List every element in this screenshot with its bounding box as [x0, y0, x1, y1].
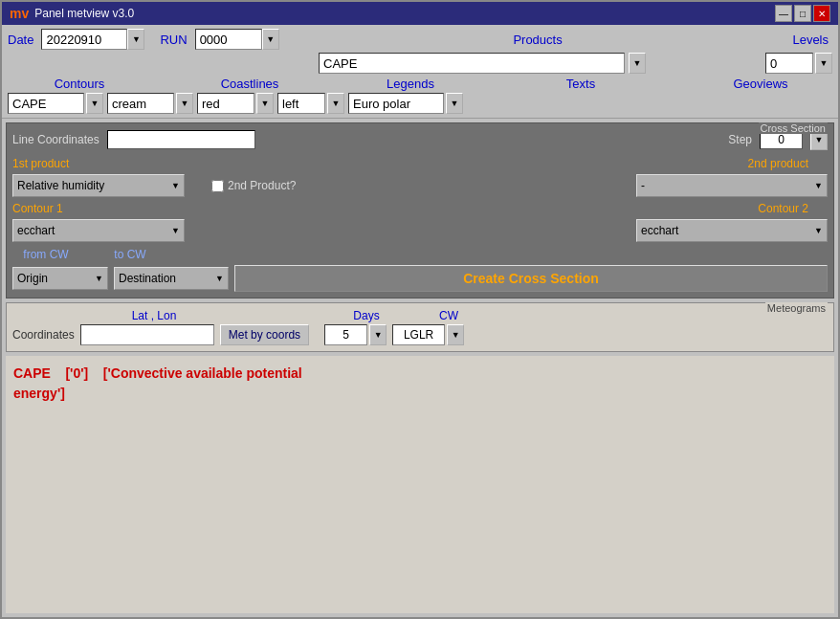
app-icon: mv: [10, 6, 29, 21]
coastlines-dropdown-btn[interactable]: ▼: [176, 93, 193, 114]
info-line2: energy']: [13, 386, 65, 401]
meteograms-panel-label: Meteograms: [765, 302, 828, 314]
geoviews-dropdown-btn[interactable]: ▼: [446, 93, 463, 114]
contours-dropdown-btn[interactable]: ▼: [86, 93, 103, 114]
product1-value: Relative humidity: [17, 179, 104, 192]
geoviews-label: Geoviews: [689, 77, 832, 91]
line-coords-label: Line Coordinates: [12, 133, 99, 146]
met-by-coords-button[interactable]: Met by coords: [220, 324, 309, 345]
coastlines-input[interactable]: [107, 93, 174, 114]
contour2-value: ecchart: [641, 224, 678, 237]
origin-dropdown[interactable]: Origin ▼: [12, 267, 108, 290]
window-title: Panel metview v3.0: [34, 7, 134, 20]
lat-lon-label: Lat , Lon: [87, 309, 221, 322]
contour2-label: Contour 2: [758, 202, 808, 215]
contours-input[interactable]: [8, 93, 84, 114]
cw-label: CW: [410, 309, 487, 322]
contour2-dropdown[interactable]: ecchart ▼: [636, 219, 828, 242]
levels-dropdown-btn[interactable]: ▼: [815, 53, 832, 74]
second-product-label: 2nd Product?: [228, 179, 296, 192]
step-label: Step: [728, 133, 752, 146]
origin-value: Origin: [17, 272, 48, 285]
line-coords-input[interactable]: [107, 130, 255, 149]
info-line1: CAPE ['0'] ['Convective available potent…: [13, 365, 302, 381]
destination-dropdown[interactable]: Destination ▼: [114, 267, 229, 290]
from-cw-label: from CW: [12, 248, 79, 261]
origin-arrow-icon: ▼: [95, 274, 103, 283]
product2-label: 2nd product: [748, 157, 808, 170]
contour1-value: ecchart: [17, 224, 55, 237]
info-area: CAPE ['0'] ['Convective available potent…: [6, 356, 834, 613]
run-input[interactable]: [195, 29, 262, 50]
days-dropdown-btn[interactable]: ▼: [369, 324, 387, 345]
contours-label: Contours: [8, 77, 151, 91]
levels-label: Levels: [792, 33, 829, 47]
run-dropdown-btn[interactable]: ▼: [262, 29, 279, 50]
legends-input[interactable]: [197, 93, 254, 114]
date-dropdown-btn[interactable]: ▼: [127, 29, 144, 50]
cw-dropdown-btn[interactable]: ▼: [447, 324, 464, 345]
contour1-label: Contour 1: [12, 202, 63, 215]
products-dropdown-btn[interactable]: ▼: [629, 53, 646, 74]
legends-label: Legends: [339, 77, 482, 91]
product2-value: -: [641, 179, 645, 192]
title-bar: mv Panel metview v3.0 — □ ✕: [2, 2, 838, 25]
texts-dropdown-btn[interactable]: ▼: [327, 93, 344, 114]
info-text: CAPE ['0'] ['Convective available potent…: [13, 364, 827, 404]
to-cw-label: to CW: [97, 248, 164, 261]
texts-input[interactable]: [277, 93, 325, 114]
contour1-dropdown[interactable]: ecchart ▼: [12, 219, 185, 242]
create-cross-section-button[interactable]: Create Cross Section: [234, 265, 828, 292]
products-input[interactable]: [319, 53, 625, 74]
date-input[interactable]: [41, 29, 127, 50]
coordinates-label: Coordinates: [12, 328, 75, 342]
create-cross-section-label: Create Cross Section: [463, 271, 599, 286]
maximize-button[interactable]: □: [794, 5, 811, 22]
minimize-button[interactable]: —: [775, 5, 792, 22]
product1-arrow-icon: ▼: [171, 181, 180, 190]
date-label: Date: [8, 33, 33, 47]
cross-section-panel-label: Cross Section: [759, 122, 828, 134]
geoviews-input[interactable]: [348, 93, 444, 114]
levels-input[interactable]: [765, 53, 813, 74]
coastlines-label: Coastlines: [178, 77, 321, 91]
texts-label: Texts: [509, 77, 652, 91]
run-label: RUN: [160, 33, 187, 47]
products-label: Products: [513, 33, 562, 47]
second-product-checkbox[interactable]: [211, 180, 224, 192]
destination-value: Destination: [119, 272, 176, 285]
days-input[interactable]: [324, 324, 367, 345]
legends-dropdown-btn[interactable]: ▼: [256, 93, 274, 114]
product1-dropdown[interactable]: Relative humidity ▼: [12, 174, 185, 197]
product1-label: 1st product: [12, 157, 69, 170]
close-button[interactable]: ✕: [813, 5, 830, 22]
cw-input[interactable]: [392, 324, 445, 345]
destination-arrow-icon: ▼: [215, 274, 224, 283]
contour1-arrow-icon: ▼: [171, 226, 180, 235]
product2-dropdown[interactable]: - ▼: [636, 174, 828, 197]
days-label: Days: [328, 309, 405, 322]
contour2-arrow-icon: ▼: [814, 226, 823, 235]
product2-arrow-icon: ▼: [814, 181, 823, 190]
coordinates-input[interactable]: [80, 324, 214, 345]
